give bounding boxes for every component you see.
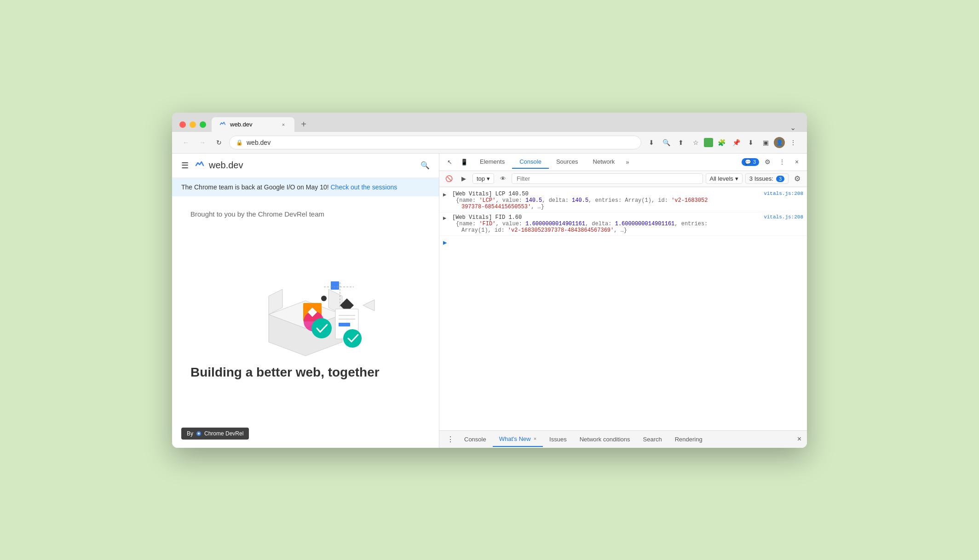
svg-point-20: [198, 433, 200, 434]
toolbar-icons: ⬇ 🔍 ⬆ ☆ 🧩 📌 ⬇ ▣ 👤 ⋮: [645, 136, 800, 149]
svg-rect-5: [331, 281, 339, 290]
settings-icon[interactable]: ⚙: [761, 155, 774, 168]
drawer-tab-rendering[interactable]: Rendering: [668, 432, 709, 446]
console-settings-icon[interactable]: ⚙: [791, 173, 803, 185]
hamburger-icon[interactable]: ☰: [181, 160, 189, 171]
zoom-icon[interactable]: 🔍: [660, 136, 673, 149]
tabs-area: web.dev × + ⌄: [212, 117, 800, 132]
forward-button[interactable]: →: [196, 136, 209, 149]
log-levels-selector[interactable]: All levels ▾: [706, 173, 743, 184]
filter-input[interactable]: [512, 173, 703, 184]
extensions-icon[interactable]: 🧩: [715, 136, 728, 149]
badge-text: By: [187, 430, 193, 437]
lcp-entry-content: [Web Vitals] LCP 140.50 vitals.js:208 {n…: [452, 191, 803, 210]
webpage: ☰ web.dev 🔍 The Chrome team is back at G…: [172, 154, 439, 448]
browser-window: web.dev × + ⌄ ← → ↻ 🔒 web.dev ⬇ 🔍 ⬆ ☆ 🧩 …: [172, 113, 807, 448]
drawer-tab-whats-new[interactable]: What's New ×: [493, 432, 543, 447]
tab-elements[interactable]: Elements: [472, 155, 512, 169]
clear-console-icon[interactable]: 🚫: [443, 173, 455, 185]
device-toolbar-icon[interactable]: 📱: [458, 155, 471, 168]
drawer-issues-label: Issues: [549, 436, 567, 443]
close-button[interactable]: [179, 121, 186, 128]
profile-avatar[interactable]: 👤: [774, 137, 785, 148]
badge-label: Chrome DevRel: [204, 430, 243, 437]
issues-count-badge[interactable]: 3 Issues: 3: [745, 173, 789, 184]
lcp-id-val: 'v2-1683052: [671, 197, 708, 204]
brought-by-text: Brought to you by the Chrome DevRel team: [190, 210, 420, 218]
url-bar[interactable]: 🔒 web.dev: [229, 136, 641, 149]
console-entry-fid: ▶ [Web Vitals] FID 1.60 vitals.js:208 {n…: [439, 212, 807, 236]
drawer-tab-search[interactable]: Search: [637, 432, 668, 446]
whats-new-close-icon[interactable]: ×: [534, 436, 536, 441]
top-label: top: [477, 175, 485, 182]
lcp-source[interactable]: vitals.js:208: [764, 191, 803, 196]
drawer-tab-console[interactable]: Console: [458, 432, 493, 446]
tab-sources[interactable]: Sources: [549, 155, 586, 169]
drawer-dots-icon[interactable]: ⋮: [443, 435, 458, 444]
split-screen-icon[interactable]: ▣: [759, 136, 772, 149]
svg-point-11: [311, 318, 332, 338]
tab-network[interactable]: Network: [586, 155, 622, 169]
prompt-arrow-icon: ▶: [443, 239, 447, 246]
maximize-button[interactable]: [200, 121, 206, 128]
title-bar: web.dev × + ⌄: [172, 113, 807, 132]
reload-button[interactable]: ↻: [213, 136, 225, 149]
top-selector[interactable]: top ▾: [472, 173, 494, 184]
bottom-tabs-bar: ⋮ Console What's New × Issues Network co…: [439, 430, 807, 448]
fid-entries-line: Array(1), id: 'v2-1683052397378-48438645…: [452, 227, 803, 234]
console-output[interactable]: ▶ [Web Vitals] LCP 140.50 vitals.js:208 …: [439, 187, 807, 430]
announcement-banner: The Chrome team is back at Google I/O on…: [172, 178, 439, 196]
tab-chevron-icon[interactable]: ⌄: [790, 123, 800, 132]
page-footer-text: Building a better web, together: [190, 365, 420, 380]
drawer-close-button[interactable]: ×: [795, 435, 803, 443]
webdev-logo-icon: [194, 160, 205, 171]
svg-point-10: [321, 296, 327, 301]
share-icon[interactable]: ⬆: [674, 136, 687, 149]
run-icon[interactable]: ▶: [458, 173, 470, 185]
lcp-delta-val: 140.5: [572, 197, 588, 204]
console-prompt[interactable]: ▶: [439, 236, 807, 249]
drawer-tab-issues[interactable]: Issues: [543, 432, 573, 446]
chrome-icon: [196, 431, 202, 436]
expand-arrow-fid[interactable]: ▶: [443, 215, 449, 222]
download-icon[interactable]: ⬇: [744, 136, 757, 149]
menu-icon[interactable]: ⋮: [787, 136, 800, 149]
drawer-whats-new-label: What's New: [499, 435, 531, 442]
issues-badge[interactable]: 💬 3: [742, 158, 759, 166]
search-icon[interactable]: 🔍: [420, 161, 430, 170]
more-options-icon[interactable]: ⋮: [776, 155, 789, 168]
more-tabs-button[interactable]: »: [622, 159, 633, 166]
eye-icon[interactable]: 👁: [497, 173, 509, 185]
banner-link[interactable]: Check out the sessions: [330, 183, 397, 191]
webpage-body: Brought to you by the Chrome DevRel team: [172, 196, 439, 394]
banner-text: The Chrome team is back at Google I/O on…: [181, 183, 329, 191]
devtools-tabs: Elements Console Sources Network »: [472, 155, 740, 169]
devtools-close-button[interactable]: ×: [790, 155, 803, 168]
svg-rect-15: [339, 323, 350, 326]
drawer-network-conditions-label: Network conditions: [580, 436, 630, 443]
drawer-rendering-label: Rendering: [675, 436, 703, 443]
active-tab[interactable]: web.dev ×: [212, 117, 294, 132]
expand-arrow-lcp[interactable]: ▶: [443, 191, 449, 198]
new-tab-button[interactable]: +: [296, 117, 311, 132]
bottom-badge: By Chrome DevRel: [181, 428, 249, 440]
issues-number: 3: [776, 176, 784, 182]
tab-console[interactable]: Console: [512, 155, 549, 169]
pin-icon[interactable]: 📌: [730, 136, 743, 149]
inspect-element-icon[interactable]: ↖: [443, 155, 456, 168]
minimize-button[interactable]: [190, 121, 196, 128]
tab-close-button[interactable]: ×: [280, 121, 287, 128]
traffic-lights: [179, 121, 206, 128]
devtools-panel: ↖ 📱 Elements Console Sources Network » 💬…: [439, 154, 807, 448]
fid-source[interactable]: vitals.js:208: [764, 214, 803, 220]
main-area: ☰ web.dev 🔍 The Chrome team is back at G…: [172, 154, 807, 448]
back-button[interactable]: ←: [179, 136, 192, 149]
bookmark-icon[interactable]: ☆: [689, 136, 702, 149]
drawer-tab-network-conditions[interactable]: Network conditions: [573, 432, 637, 446]
fid-header: [Web Vitals] FID 1.60 vitals.js:208: [452, 214, 803, 221]
extension-green-icon[interactable]: [704, 138, 713, 147]
fid-value-val: 1.6000000014901161: [525, 221, 585, 227]
fid-title: [Web Vitals] FID 1.60: [452, 214, 522, 221]
issues-text: 3 Issues:: [749, 175, 773, 182]
download-page-icon[interactable]: ⬇: [645, 136, 658, 149]
